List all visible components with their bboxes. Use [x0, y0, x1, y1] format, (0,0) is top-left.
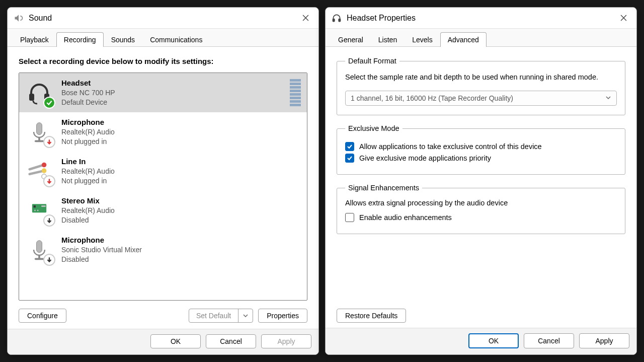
svg-point-12 — [37, 210, 39, 211]
signal-enhancements-legend: Signal Enhancements — [345, 184, 422, 192]
speaker-icon — [14, 13, 24, 23]
format-select-value: 1 channel, 16 bit, 16000 Hz (Tape Record… — [351, 94, 513, 102]
device-icon — [25, 118, 53, 146]
device-subtitle: Realtek(R) Audio — [61, 167, 301, 176]
set-default-split-button[interactable]: Set Default — [189, 309, 253, 323]
exclusive-control-checkbox[interactable] — [345, 142, 354, 151]
device-name: Line In — [61, 157, 301, 167]
signal-desc: Allows extra signal processing by the au… — [345, 199, 617, 207]
device-subtitle: Sonic Studio Virtual Mixer — [61, 245, 301, 255]
restore-defaults-button[interactable]: Restore Defaults — [337, 309, 406, 323]
properties-tabs: GeneralListenLevelsAdvanced — [326, 29, 636, 47]
sound-ok-button[interactable]: OK — [150, 334, 201, 348]
device-status: Disabled — [61, 255, 301, 264]
device-name: Microphone — [61, 117, 301, 127]
tab-communications[interactable]: Communications — [142, 32, 210, 47]
device-icon — [25, 236, 53, 264]
sound-tabs: PlaybackRecordingSoundsCommunications — [8, 29, 318, 47]
device-row[interactable]: HeadsetBose NC 700 HPDefault Device — [19, 73, 307, 112]
device-status: Disabled — [61, 215, 301, 225]
device-text: Line InRealtek(R) AudioNot plugged in — [61, 157, 301, 186]
svg-point-6 — [42, 168, 47, 173]
device-name: Microphone — [61, 235, 301, 245]
device-text: Stereo MixRealtek(R) AudioDisabled — [61, 196, 301, 225]
tab-general[interactable]: General — [331, 32, 371, 47]
properties-dialog-buttons: OK Cancel Apply — [326, 328, 636, 354]
tab-recording[interactable]: Recording — [56, 32, 104, 47]
enable-enhancements-label: Enable audio enhancements — [359, 213, 452, 222]
device-status: Not plugged in — [61, 137, 301, 147]
properties-button[interactable]: Properties — [258, 309, 307, 323]
exclusive-control-row: Allow applications to take exclusive con… — [345, 142, 617, 151]
status-badge-icon — [43, 136, 55, 148]
device-icon — [25, 157, 53, 185]
device-row[interactable]: Line InRealtek(R) AudioNot plugged in — [19, 152, 307, 191]
tab-listen[interactable]: Listen — [371, 32, 405, 47]
enable-enhancements-row: Enable audio enhancements — [345, 213, 617, 222]
device-text: MicrophoneRealtek(R) AudioNot plugged in — [61, 117, 301, 147]
sound-cancel-button[interactable]: Cancel — [206, 334, 256, 348]
exclusive-control-label: Allow applications to take exclusive con… — [359, 142, 542, 151]
properties-ok-button[interactable]: OK — [468, 333, 519, 348]
exclusive-mode-legend: Exclusive Mode — [345, 124, 403, 132]
exclusive-priority-label: Give exclusive mode applications priorit… — [359, 154, 491, 162]
svg-rect-0 — [29, 94, 34, 101]
svg-point-5 — [42, 163, 47, 168]
svg-rect-2 — [37, 123, 42, 135]
sound-dialog-buttons: OK Cancel Apply — [8, 329, 318, 354]
configure-button[interactable]: Configure — [19, 309, 66, 323]
exclusive-priority-checkbox[interactable] — [345, 154, 354, 163]
svg-rect-10 — [41, 205, 46, 207]
device-name: Stereo Mix — [61, 196, 301, 206]
svg-rect-4 — [35, 140, 44, 142]
headset-icon — [332, 13, 342, 23]
properties-titlebar: Headset Properties — [326, 8, 636, 29]
exclusive-priority-row: Give exclusive mode applications priorit… — [345, 154, 617, 163]
sound-apply-button[interactable]: Apply — [261, 334, 311, 348]
svg-rect-13 — [37, 241, 42, 253]
svg-rect-16 — [333, 19, 335, 21]
sound-title: Sound — [29, 14, 294, 23]
sound-close-button[interactable] — [299, 12, 311, 24]
device-row[interactable]: MicrophoneSonic Studio Virtual MixerDisa… — [19, 230, 307, 269]
device-text: HeadsetBose NC 700 HPDefault Device — [61, 78, 282, 107]
signal-enhancements-group: Signal Enhancements Allows extra signal … — [337, 184, 625, 234]
device-list[interactable]: HeadsetBose NC 700 HPDefault DeviceMicro… — [19, 73, 307, 301]
status-badge-icon — [43, 254, 55, 266]
exclusive-mode-group: Exclusive Mode Allow applications to tak… — [337, 124, 625, 175]
device-row[interactable]: MicrophoneRealtek(R) AudioNot plugged in — [19, 112, 307, 152]
device-row[interactable]: Stereo MixRealtek(R) AudioDisabled — [19, 191, 307, 230]
level-meter — [290, 79, 301, 106]
sound-titlebar: Sound — [8, 8, 318, 29]
advanced-pane: Default Format Select the sample rate an… — [326, 47, 636, 328]
svg-rect-15 — [35, 258, 44, 260]
format-select[interactable]: 1 channel, 16 bit, 16000 Hz (Tape Record… — [345, 91, 617, 106]
restore-row: Restore Defaults — [337, 309, 625, 328]
chevron-down-icon — [605, 94, 611, 102]
properties-apply-button[interactable]: Apply — [579, 333, 629, 348]
device-subtitle: Realtek(R) Audio — [61, 127, 301, 137]
sound-window: Sound PlaybackRecordingSoundsCommunicati… — [7, 7, 319, 355]
tab-sounds[interactable]: Sounds — [104, 32, 142, 47]
tab-levels[interactable]: Levels — [405, 32, 440, 47]
properties-close-button[interactable] — [617, 12, 629, 24]
status-badge-icon — [43, 214, 55, 227]
svg-rect-17 — [339, 19, 340, 21]
device-name: Headset — [61, 78, 282, 88]
default-format-legend: Default Format — [345, 57, 399, 65]
recording-button-row: Configure Set Default Properties — [19, 301, 307, 329]
device-subtitle: Realtek(R) Audio — [61, 206, 301, 215]
device-subtitle: Bose NC 700 HP — [61, 88, 282, 98]
properties-window: Headset Properties GeneralListenLevelsAd… — [325, 7, 637, 355]
device-status: Default Device — [61, 98, 282, 107]
recording-instruction: Select a recording device below to modif… — [19, 57, 307, 65]
svg-rect-8 — [32, 204, 46, 212]
svg-rect-9 — [34, 205, 36, 207]
tab-playback[interactable]: Playback — [13, 32, 56, 47]
set-default-dropdown[interactable] — [238, 309, 253, 322]
set-default-button[interactable]: Set Default — [189, 309, 238, 322]
properties-cancel-button[interactable]: Cancel — [524, 333, 574, 348]
tab-advanced[interactable]: Advanced — [440, 32, 487, 47]
enable-enhancements-checkbox[interactable] — [345, 213, 354, 222]
device-text: MicrophoneSonic Studio Virtual MixerDisa… — [61, 235, 301, 264]
